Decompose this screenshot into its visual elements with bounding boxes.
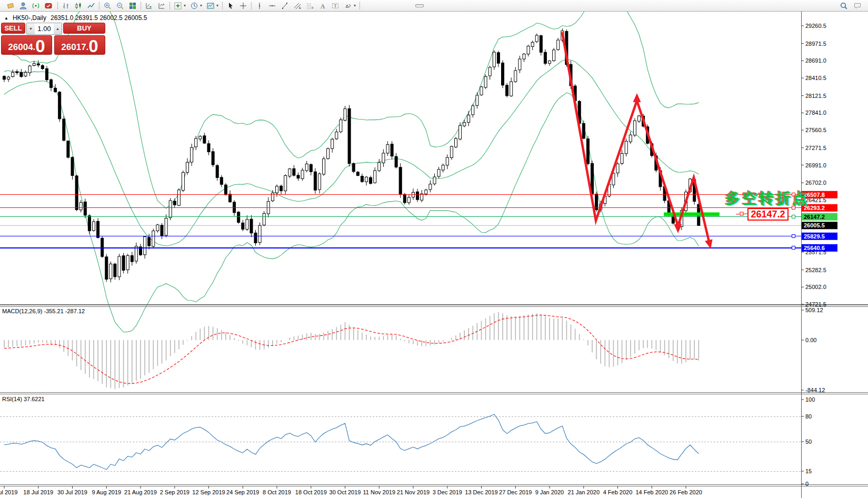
timeframe-mn-button[interactable] (432, 4, 441, 7)
signals-icon[interactable] (29, 1, 42, 11)
chart-shift-icon (157, 2, 166, 10)
timeframe-m15-button[interactable] (382, 4, 390, 7)
toolbar-separator (251, 2, 252, 9)
timeframe-m30-button[interactable] (390, 4, 398, 7)
profile-icon[interactable] (17, 1, 29, 11)
pane-separators[interactable] (0, 305, 868, 486)
text-label-icon: T (331, 2, 340, 10)
sell-button[interactable]: SELL (1, 23, 25, 34)
text-icon: A (318, 2, 327, 10)
svg-text:0.00: 0.00 (805, 337, 816, 343)
chevron-down-icon[interactable]: ▾ (216, 3, 218, 8)
buy-button[interactable]: BUY (63, 23, 105, 34)
text-label-icon[interactable]: T (329, 1, 342, 11)
candlesticks (3, 28, 700, 282)
svg-text:18 Jul 2019: 18 Jul 2019 (23, 489, 53, 495)
timeframe-h1-button[interactable] (398, 4, 407, 7)
chart-title: ▲ HK50-,Daily 26351.0 26391.5 26002.5 26… (4, 14, 147, 22)
periods-icon[interactable]: ▾ (188, 1, 204, 11)
svg-text:8 Jul 2019: 8 Jul 2019 (0, 489, 17, 495)
svg-text:2 Sep 2019: 2 Sep 2019 (160, 489, 189, 495)
svg-text:28691.0: 28691.0 (805, 57, 826, 64)
chart-symbol-period: HK50-,Daily (13, 14, 46, 22)
chart-ohlc-values: 26351.0 26391.5 26002.5 26005.5 (51, 14, 147, 22)
equidistant-channel-icon: E (293, 2, 302, 10)
fibonacci-icon[interactable]: F (304, 1, 316, 11)
volume-decrease-button[interactable]: ▼ (27, 23, 35, 34)
candlestick-chart-icon (74, 2, 83, 10)
svg-text:26702.0: 26702.0 (805, 180, 826, 186)
support-price-tag[interactable]: 26147.2 (747, 208, 789, 221)
chevron-down-icon[interactable]: ▾ (200, 3, 202, 8)
rsi-indicator-label: RSI(14) 37.6221 (2, 396, 45, 402)
timeframe-h4-button[interactable] (407, 4, 415, 7)
timeframe-d1-button[interactable] (415, 4, 424, 7)
arrows-icon[interactable]: ▾ (342, 1, 358, 11)
candlestick-chart-icon[interactable] (72, 1, 85, 11)
svg-text:28410.5: 28410.5 (805, 75, 826, 81)
svg-text:F: F (312, 6, 314, 9)
svg-text:9 Jan 2020: 9 Jan 2020 (535, 489, 564, 495)
tile-windows-icon[interactable] (126, 1, 139, 11)
svg-text:25282.5: 25282.5 (805, 267, 826, 273)
horizontal-line-icon[interactable] (266, 1, 278, 11)
sell-price-box[interactable]: 26004.0 (1, 35, 52, 55)
svg-text:25640.6: 25640.6 (804, 245, 825, 251)
equidistant-channel-icon[interactable]: E (291, 1, 304, 11)
svg-text:26 Feb 2020: 26 Feb 2020 (670, 489, 702, 495)
svg-text:13 Dec 2019: 13 Dec 2019 (465, 489, 497, 495)
line-chart-icon[interactable] (85, 1, 97, 11)
chevron-down-icon[interactable]: ▾ (184, 3, 186, 8)
zoom-out-icon[interactable] (114, 1, 126, 11)
svg-text:21 Aug 2019: 21 Aug 2019 (124, 489, 157, 495)
auto-trading-button[interactable] (42, 1, 56, 11)
crosshair-icon[interactable] (237, 1, 250, 11)
svg-text:27271.5: 27271.5 (805, 145, 826, 151)
timeframe-group (365, 4, 441, 7)
price-axis[interactable]: 29260.528971.528691.028410.528121.527841… (801, 12, 837, 498)
buy-price-box[interactable]: 26017.0 (54, 35, 105, 55)
volume-increase-button[interactable]: ▲ (54, 23, 62, 34)
zoom-in-icon[interactable] (101, 1, 114, 11)
price-chart: 29260.528971.528691.028410.528121.527841… (0, 12, 868, 498)
toolbar-separator (141, 2, 141, 9)
cursor-icon[interactable] (224, 1, 237, 11)
svg-text:T: T (334, 3, 337, 8)
toolbar-separator (99, 2, 99, 9)
timeframe-w1-button[interactable] (424, 4, 432, 7)
vertical-line-icon[interactable] (253, 1, 266, 11)
volume-value[interactable]: 1.00 (35, 23, 54, 34)
vertical-line-icon (255, 2, 264, 10)
search-icon[interactable] (840, 2, 848, 10)
auto-scroll-icon[interactable] (143, 1, 155, 11)
turning-point-annotation[interactable]: 多空转折点 (725, 188, 810, 208)
svg-text:-844.12: -844.12 (805, 387, 825, 393)
bollinger-bands (4, 12, 699, 332)
timeframe-m5-button[interactable] (373, 4, 382, 7)
signals-icon (32, 2, 40, 10)
chart-window: 29260.528971.528691.028410.528121.527841… (0, 12, 868, 498)
horizontal-line-icon (268, 2, 276, 10)
trendline-icon (281, 2, 289, 10)
svg-text:14 Feb 2020: 14 Feb 2020 (635, 489, 668, 495)
toolbar-separator (360, 2, 360, 9)
trend-zigzag-annotation[interactable] (562, 32, 713, 249)
chat-icon[interactable] (853, 2, 862, 10)
date-axis[interactable]: 8 Jul 201918 Jul 201930 Jul 20199 Aug 20… (0, 486, 702, 495)
toolbar-separator (169, 2, 170, 9)
indicators-icon (174, 2, 182, 10)
macd-indicator-label: MACD(12,26,9) -355.21 -287.12 (2, 308, 85, 314)
templates-icon[interactable]: ▾ (204, 1, 221, 11)
svg-text:30 Jul 2019: 30 Jul 2019 (57, 489, 87, 495)
new-order-icon[interactable] (4, 1, 17, 11)
svg-text:11 Nov 2019: 11 Nov 2019 (363, 489, 396, 495)
chart-shift-icon[interactable] (155, 1, 168, 11)
text-icon[interactable]: A (316, 1, 329, 11)
trendline-icon[interactable] (278, 1, 291, 11)
indicators-icon[interactable]: ▾ (172, 1, 188, 11)
svg-text:26005.5: 26005.5 (804, 222, 825, 228)
svg-text:26147.2: 26147.2 (804, 214, 825, 220)
chevron-down-icon[interactable]: ▾ (354, 3, 356, 8)
bar-chart-icon[interactable] (59, 1, 72, 11)
timeframe-m1-button[interactable] (365, 4, 373, 7)
